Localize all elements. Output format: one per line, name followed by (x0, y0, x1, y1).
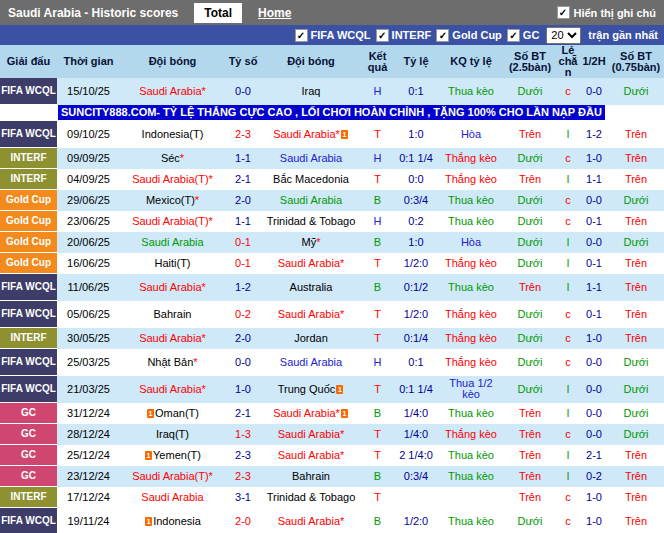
home-team-cell: Saudi Arabia(T)* (120, 169, 225, 190)
home-team-name: Mexico(T) (146, 194, 195, 206)
away-team-name: Saudi Arabia (273, 407, 335, 419)
home-team-name: Séc (161, 152, 180, 164)
filter-gold-cup[interactable]: ✓ Gold Cup (436, 29, 502, 42)
odd-even-cell: c (556, 148, 580, 169)
handicap-odds-cell (394, 487, 438, 508)
result-cell: T (361, 253, 394, 274)
away-team-name: Saudi Arabia (280, 356, 342, 368)
tab-home[interactable]: Home (248, 3, 301, 23)
away-team-cell: Saudi Arabia* (261, 445, 361, 466)
home-team-cell: Saudi Arabia(T)* (120, 211, 225, 232)
over-under-075-cell: Trên (608, 148, 664, 169)
league-badge: GC (0, 445, 57, 466)
over-under-075-cell: Dưới (608, 78, 664, 105)
result-cell: T (361, 169, 394, 190)
away-team-cell: Bắc Macedonia (261, 169, 361, 190)
table-header-row: Giải đấuThời gianĐội bóngTỷ sốĐội bóngKế… (0, 45, 664, 78)
promo-banner[interactable]: SUNCITY888.COM- TỶ LỆ THẮNG CỰC CAO , LỐ… (58, 105, 605, 120)
halftime-score-cell: 0-1 (580, 301, 608, 328)
score-cell: 2-3 (225, 445, 261, 466)
over-under-075-cell: Trên (608, 301, 664, 328)
odd-even-cell: l (556, 466, 580, 487)
over-under-25-cell: Trên (504, 445, 556, 466)
gold-cup-checkbox-icon[interactable]: ✓ (436, 29, 449, 42)
halftime-score-cell: 1-1 (580, 169, 608, 190)
league-badge: FIFA WCQL (0, 301, 57, 328)
handicap-result-cell: Thua kèo (438, 403, 504, 424)
away-team-name: Saudi Arabia (278, 449, 340, 461)
filter-gc[interactable]: ✓ GC (507, 29, 540, 42)
column-header: Số BT (2.5bàn) (504, 45, 556, 78)
matches-table: Giải đấuThời gianĐội bóngTỷ sốĐội bóngKế… (0, 45, 664, 533)
league-badge: GC (0, 424, 57, 445)
show-notes-checkbox-icon[interactable]: ✓ (557, 6, 570, 19)
fifa-wcql-checkbox-icon[interactable]: ✓ (295, 29, 308, 42)
over-under-25-cell: Dưới (504, 211, 556, 232)
over-under-25-cell: Trên (504, 403, 556, 424)
over-under-25-cell: Trên (504, 274, 556, 301)
handicap-result-cell: Thua 1/2 kèo (438, 376, 504, 403)
halftime-score-cell: 1-0 (580, 508, 608, 533)
away-team-name: Saudi Arabia (280, 194, 342, 206)
team-star-marker: * (316, 236, 320, 248)
date-cell: 19/11/24 (57, 508, 120, 533)
home-team-cell: Bahrain (120, 301, 225, 328)
match-row: Gold Cup20/06/25Saudi Arabia0-1Mỹ*B1:0Hò… (0, 232, 664, 253)
home-team-cell: Séc* (120, 148, 225, 169)
away-team-name: Saudi Arabia (278, 428, 340, 440)
date-cell: 28/12/24 (57, 424, 120, 445)
home-team-cell: Saudi Arabia (120, 232, 225, 253)
handicap-result-cell: Thắng kèo (438, 424, 504, 445)
away-team-cell: Iraq (261, 78, 361, 105)
match-row: Gold Cup23/06/25Saudi Arabia(T)*1-1Trini… (0, 211, 664, 232)
over-under-25-cell: Dưới (504, 328, 556, 349)
score-cell: 1-1 (225, 148, 261, 169)
date-cell: 16/06/25 (57, 253, 120, 274)
promo-banner-cell: SUNCITY888.COM- TỶ LỆ THẮNG CỰC CAO , LỐ… (57, 105, 664, 122)
score-cell: 1-0 (225, 376, 261, 403)
halftime-score-cell: 0-0 (580, 190, 608, 211)
date-cell: 04/09/25 (57, 169, 120, 190)
halftime-score-cell: 1-0 (580, 487, 608, 508)
home-team-cell: Mexico(T)* (120, 190, 225, 211)
column-header: Thời gian (57, 45, 120, 78)
column-header: Lẻ chẵn (556, 45, 580, 78)
interf-checkbox-icon[interactable]: ✓ (376, 29, 389, 42)
date-cell: 25/03/25 (57, 349, 120, 376)
score-cell: 1-2 (225, 274, 261, 301)
score-cell: 0-1 (225, 253, 261, 274)
home-team-name: Iraq(T) (156, 428, 189, 440)
halftime-score-cell: 0-0 (580, 78, 608, 105)
show-notes-toggle[interactable]: ✓ Hiển thị ghi chú (557, 6, 657, 19)
handicap-odds-cell: 1/2:0 (394, 253, 438, 274)
result-cell: B (361, 403, 394, 424)
away-team-name: Trinidad & Tobago (267, 491, 356, 503)
date-cell: 20/06/25 (57, 232, 120, 253)
filter-fifa-wcql[interactable]: ✓ FIFA WCQL (295, 29, 371, 42)
away-team-name: Saudi Arabia (278, 308, 340, 320)
result-cell: T (361, 301, 394, 328)
league-badge: FIFA WCQL (0, 274, 57, 301)
halftime-score-cell: 0-0 (580, 232, 608, 253)
result-cell: T (361, 121, 394, 148)
match-row: FIFA WCQL21/03/25Saudi Arabia*1-0Trung Q… (0, 376, 664, 403)
over-under-25-cell: Dưới (504, 78, 556, 105)
team-star-marker: * (209, 470, 213, 482)
halftime-score-cell: 1-0 (580, 148, 608, 169)
handicap-result-cell: Thua kèo (438, 445, 504, 466)
gc-checkbox-icon[interactable]: ✓ (507, 29, 520, 42)
halftime-score-cell: 1-2 (580, 121, 608, 148)
away-team-name: Bahrain (292, 470, 330, 482)
filter-interf-label: INTERF (392, 29, 432, 41)
home-team-cell: Saudi Arabia* (120, 328, 225, 349)
result-cell: H (361, 349, 394, 376)
home-team-name: Haiti(T) (154, 257, 190, 269)
away-team-cell: Trung Quốc1 (261, 376, 361, 403)
matches-count-select[interactable]: 20 (546, 27, 581, 44)
odd-even-cell: l (556, 253, 580, 274)
odd-even-cell: c (556, 211, 580, 232)
filter-interf[interactable]: ✓ INTERF (376, 29, 432, 42)
tab-total[interactable]: Total (194, 3, 242, 23)
team-star-marker: * (340, 449, 344, 461)
team-star-marker: * (202, 383, 206, 395)
